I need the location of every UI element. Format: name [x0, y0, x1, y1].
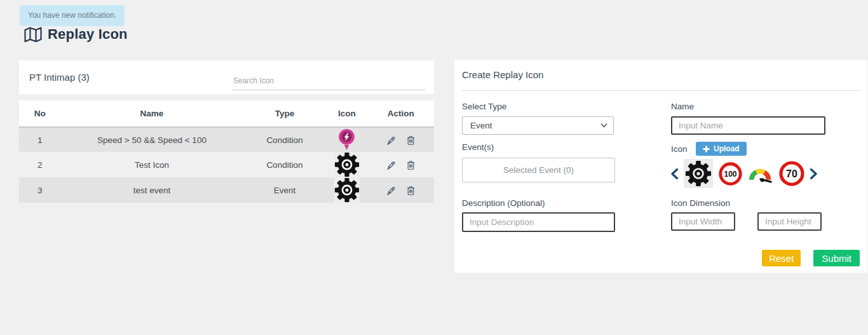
map-icon	[24, 27, 42, 43]
list-title: PT Intimap (3)	[29, 72, 90, 83]
speed-limit-70-icon[interactable]: 70	[779, 161, 804, 186]
delete-icon[interactable]	[405, 160, 416, 170]
name-label: Name	[671, 102, 694, 111]
select-type-label: Select Type	[462, 102, 506, 111]
page-title: Replay Icon	[48, 26, 128, 43]
edit-icon[interactable]	[386, 135, 397, 146]
row-type: Condition	[243, 127, 327, 152]
divider	[462, 90, 860, 91]
table-row: 3 test event Event	[19, 177, 434, 203]
chevron-left-icon[interactable]	[671, 168, 678, 179]
icon-list-card: PT Intimap (3)	[19, 60, 434, 94]
row-type: Event	[243, 177, 327, 203]
row-no: 3	[19, 177, 60, 203]
row-name: Test Icon	[60, 152, 243, 177]
col-action: Action	[368, 100, 435, 127]
row-no: 2	[19, 152, 60, 177]
width-input[interactable]	[671, 212, 735, 231]
svg-text:100: 100	[724, 170, 736, 179]
chevron-right-icon[interactable]	[810, 168, 817, 179]
icon-carousel: 100 70	[671, 155, 843, 192]
select-type-dropdown[interactable]: Event	[462, 116, 614, 135]
icon-label: Icon	[671, 144, 688, 154]
create-replay-icon-card: Create Replay Icon Select Type Event Nam…	[454, 60, 867, 273]
table-header-row: No Name Type Icon Action	[19, 100, 434, 127]
delete-icon[interactable]	[405, 185, 416, 196]
upload-button[interactable]: Upload	[696, 142, 747, 156]
icon-table: No Name Type Icon Action 1 Speed > 50 &&…	[19, 100, 434, 203]
row-no: 1	[19, 127, 60, 152]
reset-button[interactable]: Reset	[762, 250, 801, 266]
marker-lightning-icon	[337, 128, 356, 151]
description-label: Description (Optional)	[462, 198, 545, 208]
plus-icon	[703, 146, 710, 153]
page-header: Replay Icon	[24, 26, 128, 43]
name-input[interactable]	[671, 116, 825, 135]
speedometer-icon[interactable]	[748, 163, 773, 184]
col-icon: Icon	[326, 100, 367, 127]
notification-toast: You have new notification.	[20, 5, 125, 26]
row-name: test event	[60, 177, 243, 203]
icon-dimension-label: Icon Dimension	[671, 198, 730, 208]
selected-event-button[interactable]: Selected Event (0)	[462, 158, 615, 182]
submit-button[interactable]: Submit	[813, 250, 860, 266]
speed-limit-100-icon[interactable]: 100	[719, 162, 742, 186]
description-input[interactable]	[462, 212, 615, 232]
row-type: Condition	[243, 152, 327, 177]
create-panel-title: Create Replay Icon	[462, 69, 543, 80]
edit-icon[interactable]	[386, 185, 397, 196]
table-row: 1 Speed > 50 && Speed < 100 Condition	[19, 127, 434, 152]
gear-icon[interactable]	[684, 159, 713, 188]
gear-icon	[334, 152, 360, 177]
table-row: 2 Test Icon Condition	[19, 152, 434, 177]
col-name: Name	[60, 100, 243, 127]
events-label: Event(s)	[462, 142, 494, 152]
col-no: No	[19, 100, 60, 127]
height-input[interactable]	[757, 212, 822, 231]
edit-icon[interactable]	[386, 160, 397, 170]
svg-text:70: 70	[786, 168, 797, 179]
row-name: Speed > 50 && Speed < 100	[60, 127, 243, 152]
gear-icon	[334, 177, 360, 203]
col-type: Type	[243, 100, 327, 127]
search-input[interactable]	[232, 74, 425, 90]
delete-icon[interactable]	[405, 135, 416, 146]
